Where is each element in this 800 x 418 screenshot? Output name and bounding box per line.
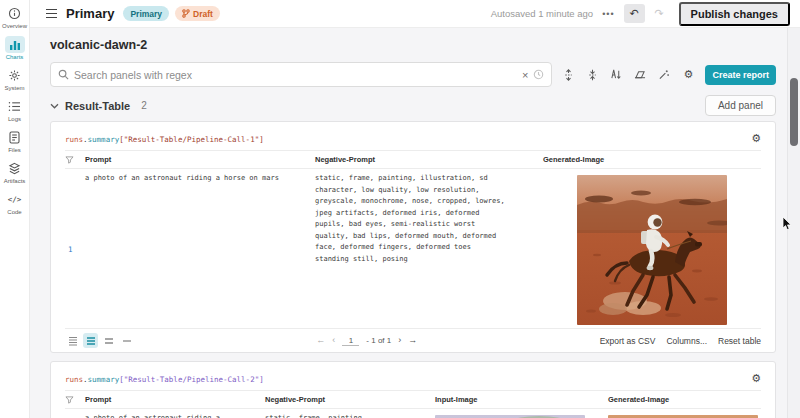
- last-page-icon[interactable]: →: [408, 336, 417, 345]
- hamburger-menu-icon[interactable]: [46, 9, 57, 19]
- panel-settings-gear-icon[interactable]: ⚙: [751, 133, 761, 144]
- sidebar-label: Overview: [2, 23, 27, 29]
- sidebar-item-system[interactable]: System: [0, 67, 29, 91]
- search-icon: [58, 69, 69, 80]
- density-compact-icon[interactable]: [65, 333, 80, 348]
- top-header: Primary Primary Draft Autosaved 1 minute…: [30, 0, 800, 28]
- sidebar-label: Files: [8, 147, 21, 153]
- panel-expression: runs.summary["Result-Table/Pipeline-Call…: [65, 135, 264, 144]
- sidebar-label: Charts: [6, 54, 24, 60]
- column-header-input-image[interactable]: Input-Image: [435, 395, 608, 404]
- density-comfortable-icon[interactable]: [101, 333, 116, 348]
- sidebar-label: Logs: [8, 116, 21, 122]
- sidebar-item-logs[interactable]: Logs: [0, 98, 29, 122]
- vertical-scrollbar[interactable]: [787, 28, 800, 418]
- add-panel-button[interactable]: Add panel: [705, 95, 776, 116]
- sidebar-item-code[interactable]: </> Code: [0, 191, 29, 215]
- charts-icon: [5, 36, 25, 53]
- column-header-prompt[interactable]: Prompt: [85, 155, 315, 164]
- table-header-row: Prompt Negative-Prompt Generated-Image: [65, 150, 761, 169]
- prompt-cell: a photo of an astronaut riding a horse o…: [85, 173, 315, 325]
- export-csv-link[interactable]: Export as CSV: [600, 336, 656, 346]
- collapse-panels-icon[interactable]: [582, 65, 602, 85]
- draft-badge: Draft: [175, 6, 220, 21]
- expr-key: ["Result-Table/Pipeline-Call-1"]: [119, 135, 264, 144]
- table-footer: ← ‹ 1 - 1 of 1 › → Export as CSV Columns…: [65, 328, 761, 352]
- column-header-negative-prompt[interactable]: Negative-Prompt: [315, 155, 543, 164]
- publish-changes-button[interactable]: Publish changes: [679, 2, 790, 26]
- panel-settings-gear-icon[interactable]: ⚙: [751, 373, 761, 384]
- more-options-icon[interactable]: •••: [602, 9, 614, 19]
- scrollbar-thumb[interactable]: [790, 78, 798, 146]
- code-icon: </>: [5, 191, 25, 208]
- files-icon: [5, 129, 25, 146]
- primary-badge: Primary: [123, 6, 169, 21]
- sort-panels-icon[interactable]: [606, 65, 626, 85]
- section-title[interactable]: Result-Table: [65, 100, 130, 112]
- prompt-cell: a photo of an astronaut riding a: [85, 413, 265, 418]
- filter-icon[interactable]: [65, 156, 85, 164]
- workspace-title: Primary: [66, 6, 114, 21]
- density-default-icon[interactable]: [83, 333, 98, 348]
- sidebar-label: Code: [7, 209, 21, 215]
- search-input[interactable]: [69, 69, 517, 81]
- table-row: a photo of an astronaut riding a static,…: [65, 409, 761, 418]
- sidebar-item-overview[interactable]: Overview: [0, 5, 29, 29]
- generated-image-cell: [543, 173, 761, 325]
- draft-badge-label: Draft: [193, 9, 213, 19]
- section-panel-count: 2: [141, 100, 147, 111]
- info-icon: [5, 5, 25, 22]
- panel-layout-icon[interactable]: [630, 65, 650, 85]
- table-header-row: Prompt Negative-Prompt Input-Image Gener…: [65, 390, 761, 409]
- page-number-input[interactable]: 1: [342, 336, 359, 346]
- panel-title-row: runs.summary["Result-Table/Pipeline-Call…: [65, 122, 761, 150]
- table-panel-1: runs.summary["Result-Table/Pipeline-Call…: [50, 121, 776, 353]
- density-tall-icon[interactable]: [119, 333, 134, 348]
- row-density-controls: [65, 333, 134, 348]
- table-actions: Export as CSV Columns... Reset table: [600, 336, 761, 346]
- sidebar-item-charts[interactable]: Charts: [0, 36, 29, 60]
- create-report-button[interactable]: Create report: [705, 65, 776, 85]
- expr-object: runs: [65, 135, 83, 144]
- column-header-negative-prompt[interactable]: Negative-Prompt: [265, 395, 435, 404]
- section-header: Result-Table 2 Add panel: [50, 95, 776, 116]
- expr-method: summary: [88, 375, 120, 384]
- run-name: volcanic-dawn-2: [50, 38, 776, 52]
- column-header-generated-image[interactable]: Generated-Image: [608, 395, 761, 404]
- expr-method: summary: [88, 135, 120, 144]
- table-row: 1 a photo of an astronaut riding a horse…: [65, 169, 761, 325]
- page-count-label: - 1 of 1: [366, 336, 391, 345]
- magic-wand-icon[interactable]: [654, 65, 674, 85]
- input-image-cell: [435, 413, 608, 418]
- sidebar-label: Artifacts: [4, 178, 26, 184]
- next-page-icon[interactable]: ›: [398, 336, 401, 345]
- negative-prompt-cell: static, frame, painting,: [265, 413, 435, 418]
- columns-link[interactable]: Columns...: [666, 336, 707, 346]
- prev-page-icon[interactable]: ‹: [332, 336, 335, 345]
- workspace-settings-gear-icon[interactable]: ⚙: [678, 65, 698, 85]
- artifacts-icon: [5, 160, 25, 177]
- filter-icon[interactable]: [65, 396, 85, 404]
- sidebar-item-files[interactable]: Files: [0, 129, 29, 153]
- first-page-icon[interactable]: ←: [316, 336, 325, 345]
- expr-object: runs: [65, 375, 83, 384]
- redo-button[interactable]: ↷: [649, 4, 670, 23]
- column-header-prompt[interactable]: Prompt: [85, 395, 265, 404]
- wandb-workspace: Overview Charts System: [0, 0, 800, 418]
- panel-search-box: ×: [50, 62, 552, 87]
- branch-icon: [182, 9, 190, 18]
- generated-image-astronaut-horse-mars[interactable]: [577, 175, 727, 325]
- logs-icon: [5, 98, 25, 115]
- panel-toolbar: ⚙: [558, 65, 698, 85]
- expr-key: ["Result-Table/Pipeline-Call-2"]: [119, 375, 264, 384]
- column-header-generated-image[interactable]: Generated-Image: [543, 155, 761, 164]
- clear-search-icon[interactable]: ×: [517, 69, 533, 81]
- expand-panels-icon[interactable]: [558, 65, 578, 85]
- search-history-icon[interactable]: [533, 69, 544, 80]
- sidebar-item-artifacts[interactable]: Artifacts: [0, 160, 29, 184]
- panel-search-row: ×: [50, 62, 776, 87]
- left-sidebar: Overview Charts System: [0, 0, 30, 418]
- reset-table-link[interactable]: Reset table: [718, 336, 761, 346]
- chevron-down-icon[interactable]: [50, 103, 59, 109]
- undo-button[interactable]: ↶: [624, 4, 645, 23]
